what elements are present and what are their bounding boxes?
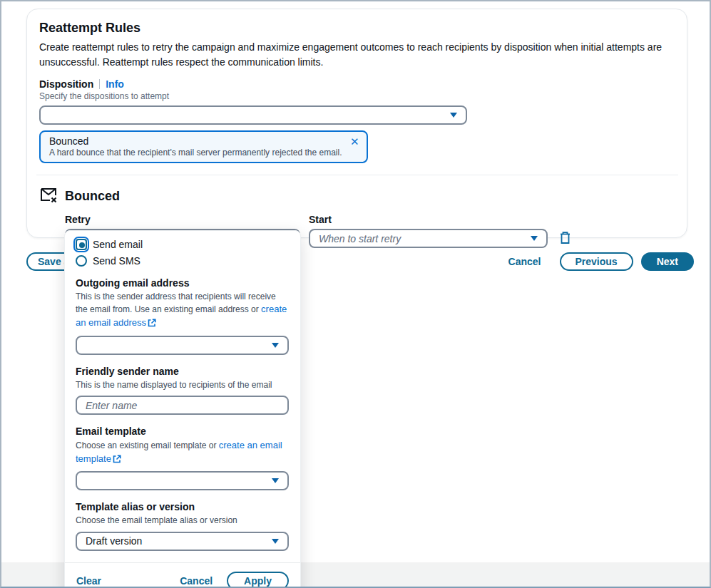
start-select-placeholder: When to start retry — [319, 233, 401, 244]
template-alias-section: Template alias or version Choose the ema… — [76, 501, 289, 550]
friendly-name-label: Friendly sender name — [76, 366, 289, 377]
template-alias-select[interactable]: Draft version — [76, 532, 289, 551]
friendly-name-description: This is the name displayed to recipients… — [76, 379, 289, 391]
external-link-icon — [148, 319, 156, 331]
bounced-section-header: Bounced — [39, 185, 672, 207]
cancel-button[interactable]: Cancel — [508, 256, 541, 267]
chevron-down-icon — [531, 236, 538, 241]
radio-unchecked-icon[interactable] — [76, 255, 87, 267]
friendly-name-input[interactable] — [76, 396, 289, 415]
option-send-email[interactable]: Send email — [76, 239, 289, 250]
disposition-select[interactable] — [39, 105, 467, 125]
reattempt-rules-card: Reattempt Rules Create reattempt rules t… — [26, 9, 687, 238]
delete-rule-button[interactable] — [559, 214, 571, 248]
template-alias-select-value: Draft version — [86, 535, 142, 547]
option-label: Send SMS — [93, 255, 140, 267]
external-link-icon — [113, 455, 121, 467]
page-title: Reattempt Rules — [39, 21, 672, 36]
email-template-label: Email template — [76, 425, 289, 437]
clear-button[interactable]: Clear — [76, 575, 101, 587]
disposition-label-row: Disposition Info — [39, 78, 672, 90]
radio-checked-icon[interactable] — [76, 239, 87, 250]
panel-cancel-button[interactable]: Cancel — [180, 575, 213, 587]
start-label: Start — [309, 214, 548, 225]
template-alias-description: Choose the email template alias or versi… — [76, 515, 289, 527]
outgoing-email-label: Outgoing email address — [76, 277, 289, 289]
chevron-down-icon — [450, 113, 457, 118]
disposition-label: Disposition — [39, 78, 93, 90]
description-text: This is the sender address that recipien… — [76, 292, 276, 314]
email-template-description: Choose an existing email template or cre… — [76, 439, 289, 467]
start-select[interactable]: When to start retry — [309, 229, 548, 248]
chevron-down-icon — [272, 539, 279, 544]
retry-label: Retry — [65, 214, 300, 225]
email-bounce-icon — [39, 185, 58, 207]
template-alias-label: Template alias or version — [76, 501, 289, 512]
option-send-sms[interactable]: Send SMS — [76, 255, 289, 267]
chevron-down-icon — [272, 478, 279, 483]
start-field: Start When to start retry — [309, 214, 548, 248]
wizard-actions: Cancel Previous Next — [508, 252, 694, 271]
retry-options-panel: Send email Send SMS Outgoing email addre… — [64, 230, 301, 588]
bounced-section-title: Bounced — [65, 189, 120, 204]
token-description: A hard bounce that the recipient's mail … — [49, 148, 342, 158]
page: Reattempt Rules Create reattempt rules t… — [0, 0, 711, 588]
panel-footer: Clear Cancel Apply — [65, 562, 300, 588]
trash-icon — [559, 231, 571, 244]
page-description: Create reattempt rules to retry the camp… — [39, 40, 672, 70]
disposition-helper: Specify the dispositions to attempt — [39, 91, 672, 101]
apply-button[interactable]: Apply — [227, 572, 289, 588]
info-link[interactable]: Info — [106, 78, 124, 90]
description-text: Choose an existing email template or — [76, 440, 219, 450]
disposition-token-bounced[interactable]: Bounced A hard bounce that the recipient… — [39, 130, 368, 163]
divider — [36, 175, 678, 175]
email-template-section: Email template Choose an existing email … — [76, 425, 289, 490]
close-icon[interactable]: ✕ — [350, 136, 359, 147]
outgoing-email-select[interactable] — [76, 336, 289, 355]
chevron-down-icon — [272, 343, 279, 348]
outgoing-email-section: Outgoing email address This is the sende… — [76, 277, 289, 355]
label-separator — [99, 79, 100, 89]
token-title: Bounced — [49, 135, 342, 147]
email-template-select[interactable] — [76, 471, 289, 490]
option-label: Send email — [93, 239, 143, 250]
previous-button[interactable]: Previous — [560, 252, 633, 271]
outgoing-email-description: This is the sender address that recipien… — [76, 291, 289, 331]
friendly-name-section: Friendly sender name This is the name di… — [76, 366, 289, 415]
next-button[interactable]: Next — [641, 252, 694, 271]
